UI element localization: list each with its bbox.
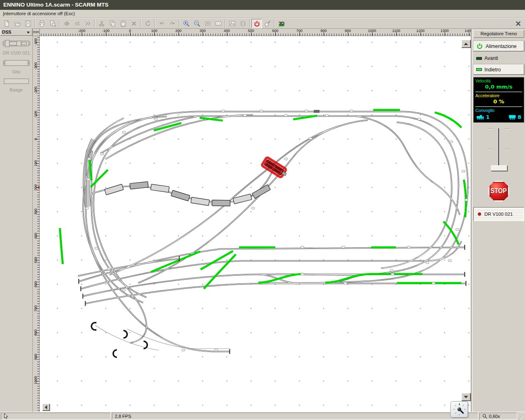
zoom-indicator: 0,60x [479,413,517,420]
scroll-left-button[interactable] [42,404,50,411]
toolbar-separator [140,19,141,27]
svg-text:3D: 3D [278,21,284,25]
open-file-button[interactable] [12,19,23,28]
magnifier-icon [482,414,487,419]
zoom-in-button[interactable] [181,19,192,28]
sidebar-item-wagon-baage[interactable]: Baage [0,78,32,92]
toolbar-separator [179,19,180,27]
ruler-unit-label: mm [33,29,40,36]
speed-value: 0,0 mm/s [475,83,522,91]
cut-button[interactable] [96,19,107,28]
switch-marker[interactable] [314,110,320,113]
power-icon [253,20,260,27]
menu-item-power-switch[interactable]: Interruttore di accensione off (Esc) [0,10,78,18]
zoom-out-icon [194,20,201,27]
power-button-label: Alimentazione [486,43,516,49]
layers-button[interactable] [237,19,248,28]
copy-button[interactable] [107,19,118,28]
status-bar: 2,8 FPS 0,60x [0,412,525,420]
hruler-label: 100 [151,29,157,33]
svg-text:1:1: 1:1 [217,23,220,25]
print-button[interactable] [37,19,47,28]
view-3d-icon: 3D [278,20,285,27]
sidebar-item-wagon-gbs[interactable]: Gbs [0,59,32,74]
train-list-item[interactable]: DR V100 021 [475,208,523,220]
wagon-count: 8 [509,114,521,120]
new-file-button[interactable] [1,19,12,28]
speed-slider[interactable] [473,128,524,177]
delete-button[interactable] [128,19,139,28]
vruler-label: -400 [34,39,39,46]
forward-indicator[interactable]: Avanti [473,54,524,63]
zoom-100-icon: 1:1 [215,20,222,27]
vruler-label: 500 [34,257,39,263]
active-tool-cell [1,413,111,420]
backward-button[interactable]: Indietro [473,64,524,75]
next-button[interactable] [82,19,93,28]
zoom-area-button[interactable] [202,19,213,28]
sidebar-item-label: DR V100 021 [0,50,32,55]
zoom-out-button[interactable] [192,19,202,28]
train-wagons[interactable] [105,182,271,206]
sidebar-item-locomotive[interactable]: DR V100 021 [0,39,32,55]
rotation-compass[interactable] [450,401,468,418]
stop-label: STOP [491,187,507,195]
paste-icon [120,20,127,27]
measure-button[interactable] [262,19,273,28]
selected-locomotive[interactable] [262,157,288,179]
fps-indicator: 2,8 FPS [112,413,478,420]
stop-button[interactable]: STOP [488,181,509,201]
track-plan[interactable] [40,36,471,412]
toolbar-separator [34,19,35,27]
hruler-label: -200 [78,29,85,33]
accelerator-value: 0 % [475,98,522,106]
cut-icon [98,20,105,27]
paste-button[interactable] [118,19,128,28]
scroll-down-button[interactable] [461,393,470,401]
slider-handle[interactable] [491,165,507,171]
power-button[interactable] [251,19,262,28]
power-icon [476,43,483,50]
compass-dial-icon [452,402,467,417]
power-button[interactable]: Alimentazione [473,41,524,51]
hruler-label: 900 [345,29,351,33]
regulator-title: Regolatore Treno [473,30,524,38]
flip-button[interactable] [61,19,72,28]
layout-canvas[interactable] [40,36,471,412]
save-file-button[interactable] [23,19,33,28]
redo-button[interactable] [167,19,178,28]
prev-icon [74,20,81,27]
horizontal-ruler: -200-10001002003004005006007008009001000… [40,29,471,36]
rotate-button[interactable] [142,19,153,28]
rail-outlines [78,112,468,352]
close-x-button[interactable] [513,19,523,28]
vruler-label: 900 [34,354,39,360]
arrow-left-icon [45,405,47,409]
stock-selector[interactable]: DSS [0,29,32,36]
view-3d-button[interactable]: 3D [276,19,287,28]
print-preview-button[interactable] [47,19,58,28]
background-image-icon [229,20,236,27]
arrow-up-icon [464,43,468,45]
resize-grip[interactable] [518,413,525,420]
train-list: DR V100 021 [473,207,524,221]
zoom-100-button[interactable]: 1:1 [213,19,224,28]
prev-button[interactable] [72,19,82,28]
hruler-label: 1100 [392,29,400,33]
measure-icon [264,20,271,27]
locomotive-count: 1 [476,114,490,120]
scarm-window: ENNINO Ultimo 1A.scarm - SCARM MTS Inter… [0,0,525,420]
zoom-area-icon [204,20,211,27]
scroll-up-button[interactable] [461,40,470,48]
train-item-label: DR V100 021 [484,212,513,217]
forward-label: Avanti [484,55,498,61]
wagon-preview-icon [2,59,31,67]
train-regulator-panel: Regolatore Treno Alimentazione Avanti In… [472,29,525,412]
vruler-label: 300 [34,208,39,215]
vruler-label: 1000 [34,378,39,384]
toolbar-separator [249,19,250,27]
vruler-label: 600 [34,281,39,288]
vruler-label: 400 [34,233,39,239]
undo-button[interactable] [156,19,167,28]
background-image-button[interactable] [227,19,237,28]
